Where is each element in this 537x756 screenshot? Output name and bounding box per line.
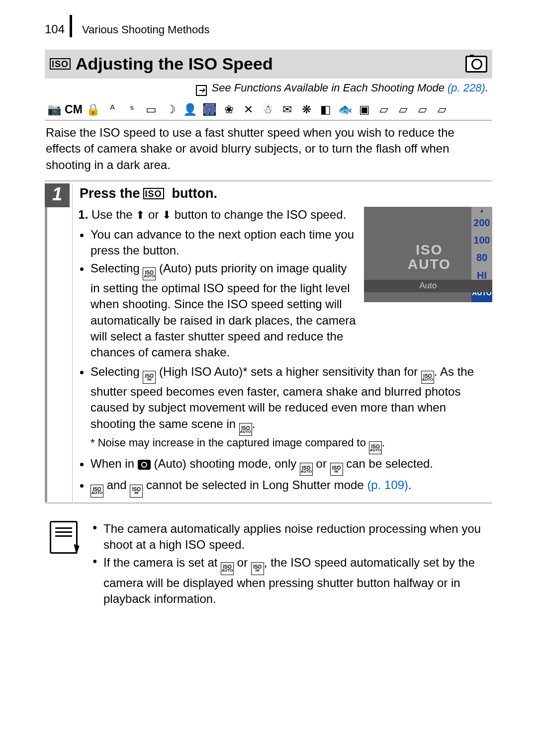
mode-icon: ▭ <box>144 102 159 117</box>
intro-text: Raise the ISO speed to use a fast shutte… <box>46 125 491 173</box>
note-item: The camera automatically applies noise r… <box>92 521 487 553</box>
chapter-title: Various Shooting Methods <box>72 22 209 37</box>
see-reference: ➔ See Functions Available in Each Shooti… <box>45 79 492 100</box>
mode-icon: ☃ <box>260 102 275 117</box>
step-1: 1 Press the ISO button. Use the ⬆ or ⬇ b… <box>45 180 492 502</box>
iso-auto-icon: ISOAUTO <box>239 423 252 436</box>
mode-icon: ᴬ <box>105 102 120 117</box>
note-block: The camera automatically applies noise r… <box>50 521 487 609</box>
down-arrow-icon: ⬇ <box>162 209 171 221</box>
see-link[interactable]: (p. 228) <box>448 82 485 94</box>
iso-auto-icon: ISOAUTO <box>300 463 313 476</box>
iso-auto-icon: ISOAUTO <box>421 371 434 384</box>
lcd-center-label: ISOAUTO <box>408 243 451 272</box>
mode-icon: ✉ <box>279 102 294 117</box>
mode-icon: ▱ <box>415 102 430 117</box>
section-title: Adjusting the ISO Speed <box>76 53 273 76</box>
iso-auto-icon: ISOAUTO <box>143 267 156 280</box>
iso-auto-icon: ISOAUTO <box>369 441 382 454</box>
iso-auto-icon: ISOAUTO <box>90 485 103 498</box>
bullet: ISOAUTO and ISOHI cannot be selected in … <box>90 477 492 497</box>
section-title-bar: ISO Adjusting the ISO Speed <box>45 50 492 79</box>
note-icon <box>50 521 78 554</box>
shooting-mode-icon-strip: 📷 CM 🔒 ᴬ ˢ ▭ ☽ 👤 🎆 ❀ ✕ ☃ ✉ ❋ ◧ 🐟 ▣ ▱ ▱ ▱… <box>45 100 492 121</box>
mode-icon: ☽ <box>163 102 178 117</box>
mode-icon: ▱ <box>376 102 391 117</box>
up-arrow-icon: ⬆ <box>136 209 145 221</box>
mode-icon: ˢ <box>124 102 139 117</box>
iso-option: 200 <box>471 214 492 231</box>
bullet: You can advance to the next option each … <box>90 227 358 259</box>
iso-option: 80 <box>471 249 492 266</box>
iso-auto-icon: ISOAUTO <box>221 562 234 575</box>
camera-icon <box>465 56 487 73</box>
footnote: * Noise may increase in the captured ima… <box>90 435 492 454</box>
iso-hi-icon: ISOHI <box>251 562 264 575</box>
step-number: 1 <box>45 183 70 207</box>
bullet: When in (Auto) shooting mode, only ISOAU… <box>90 456 492 476</box>
mode-icon: CM <box>66 102 81 117</box>
iso-option: 100 <box>471 232 492 249</box>
iso-hi-icon: ISOHI <box>330 463 343 476</box>
step-title: Press the ISO button. <box>80 184 492 202</box>
iso-hi-icon: ISOHI <box>143 371 156 384</box>
mode-icon: ▱ <box>435 102 449 117</box>
bullet: Selecting ISOAUTO (Auto) puts priority o… <box>90 260 358 361</box>
mode-icon: 🔒 <box>86 102 100 117</box>
iso-icon: ISO <box>50 58 71 70</box>
note-item: If the camera is set at ISOAUTO or ISOHI… <box>92 555 487 607</box>
lcd-bar-label: Auto <box>364 280 492 292</box>
camera-icon <box>138 460 151 470</box>
lcd-preview: ▲ 200 100 80 HI AUTO ISOAUTO Auto <box>364 207 492 302</box>
iso-hi-icon: ISOHI <box>130 485 143 498</box>
mode-icon: ❀ <box>221 102 236 117</box>
arrow-box-icon: ➔ <box>196 85 207 96</box>
mode-icon: ▱ <box>396 102 411 117</box>
mode-icon: 👤 <box>182 102 197 117</box>
iso-icon: ISO <box>143 188 164 199</box>
mode-icon: ▣ <box>357 102 372 117</box>
see-text: See Functions Available in Each Shooting… <box>212 82 448 94</box>
mode-icon: ✕ <box>241 102 256 117</box>
mode-icon: ❋ <box>299 102 314 117</box>
mode-icon: ◧ <box>318 102 333 117</box>
bullet: Selecting ISOHI (High ISO Auto)* sets a … <box>90 364 492 454</box>
mode-icon: 🐟 <box>338 102 353 117</box>
mode-icon: 📷 <box>47 102 62 117</box>
mode-icon: 🎆 <box>202 102 217 117</box>
substep: Use the ⬆ or ⬇ button to change the ISO … <box>91 207 358 223</box>
page-header: 104 Various Shooting Methods <box>45 15 492 37</box>
page-link[interactable]: (p. 109) <box>367 478 408 492</box>
page-number: 104 <box>45 15 72 37</box>
